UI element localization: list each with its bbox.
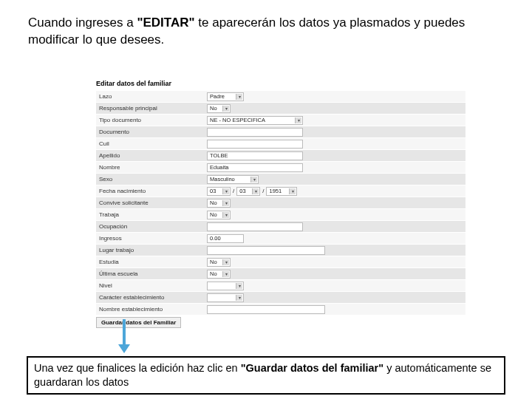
label-fecha: Fecha nacimiento xyxy=(96,188,207,194)
chevron-down-icon: ▾ xyxy=(222,188,229,194)
label-lugartrab: Lugar trabajo xyxy=(96,247,207,253)
label-nombre: Nombre xyxy=(96,164,207,171)
label-estudia: Estudia xyxy=(96,259,207,265)
intro-emphasis: "EDITAR" xyxy=(137,16,194,30)
select-fecha-dia[interactable]: 03▾ xyxy=(207,187,231,196)
label-lazo: Lazo xyxy=(96,93,207,100)
input-cuil[interactable] xyxy=(207,140,303,149)
intro-text-1: Cuando ingreses a xyxy=(28,16,137,30)
select-estudia[interactable]: No▾ xyxy=(207,258,231,267)
row-caracter: Carácter establecimiento ▾ xyxy=(96,291,466,303)
note-text-1: Una vez que finalices la edición haz cli… xyxy=(34,362,241,374)
chevron-down-icon: ▾ xyxy=(222,212,229,218)
chevron-down-icon: ▾ xyxy=(222,200,229,206)
row-documento: Documento xyxy=(96,126,466,137)
label-ocupacion: Ocupación xyxy=(96,223,207,230)
chevron-down-icon: ▾ xyxy=(295,117,301,123)
chevron-down-icon: ▾ xyxy=(222,259,229,265)
select-lazo[interactable]: Padre▾ xyxy=(207,92,244,101)
date-sep: / xyxy=(262,188,264,194)
label-tipodoc: Tipo documento xyxy=(96,117,207,123)
form-title: Editar datos del familiar xyxy=(96,80,466,87)
select-nivel[interactable]: ▾ xyxy=(207,282,244,290)
row-lugartrab: Lugar trabajo xyxy=(96,244,466,256)
chevron-down-icon: ▾ xyxy=(250,177,257,183)
chevron-down-icon: ▾ xyxy=(222,271,229,277)
select-caracter[interactable]: ▾ xyxy=(207,293,244,302)
row-convive: Convive solicitante No▾ xyxy=(96,197,466,208)
label-cuil: Cuil xyxy=(96,140,207,147)
row-ultimaesc: Última escuela No▾ xyxy=(96,267,466,279)
chevron-down-icon: ▾ xyxy=(236,295,242,301)
row-ingresos: Ingresos 0.00 xyxy=(96,232,466,244)
save-button[interactable]: Guardar datos del Familiar xyxy=(96,317,181,328)
select-responsable[interactable]: No▾ xyxy=(207,104,231,113)
edit-form: Editar datos del familiar Lazo Padre▾ Re… xyxy=(96,80,466,328)
select-fecha-anio[interactable]: 1951▾ xyxy=(266,187,297,196)
note-box: Una vez que finalices la edición haz cli… xyxy=(27,356,505,395)
label-convive: Convive solicitante xyxy=(96,200,207,206)
label-ultimaesc: Última escuela xyxy=(96,270,207,277)
chevron-down-icon: ▾ xyxy=(236,283,242,289)
intro-paragraph: Cuando ingreses a "EDITAR" te aparecerán… xyxy=(28,15,486,49)
input-documento[interactable] xyxy=(207,128,303,137)
chevron-down-icon: ▾ xyxy=(289,188,296,194)
select-sexo[interactable]: Masculino▾ xyxy=(207,175,259,184)
row-lazo: Lazo Padre▾ xyxy=(96,90,466,102)
arrow-down-icon xyxy=(118,319,130,353)
input-ocupacion[interactable] xyxy=(207,222,303,231)
input-lugartrab[interactable] xyxy=(207,246,325,255)
select-tipodoc[interactable]: NE - NO ESPECIFICA▾ xyxy=(207,116,303,125)
row-ocupacion: Ocupación xyxy=(96,220,466,232)
chevron-down-icon: ▾ xyxy=(236,94,242,100)
label-apellido: Apellido xyxy=(96,152,207,159)
label-nivel: Nivel xyxy=(96,282,207,289)
row-apellido: Apellido TOLBE xyxy=(96,149,466,161)
label-responsable: Responsable principal xyxy=(96,105,207,112)
note-bold: "Guardar datos del familiar" xyxy=(241,362,383,374)
select-convive[interactable]: No▾ xyxy=(207,199,231,208)
select-ultimaesc[interactable]: No▾ xyxy=(207,270,231,279)
label-documento: Documento xyxy=(96,129,207,135)
row-fecha: Fecha nacimiento 03▾ / 03▾ / 1951▾ xyxy=(96,185,466,197)
row-tipodoc: Tipo documento NE - NO ESPECIFICA▾ xyxy=(96,114,466,126)
row-responsable: Responsable principal No▾ xyxy=(96,102,466,114)
chevron-down-icon: ▾ xyxy=(252,188,259,194)
label-sexo: Sexo xyxy=(96,176,207,183)
chevron-down-icon: ▾ xyxy=(222,106,229,112)
input-ingresos[interactable]: 0.00 xyxy=(207,234,244,243)
input-nombre[interactable]: Eduaita xyxy=(207,163,303,172)
row-estudia: Estudia No▾ xyxy=(96,256,466,267)
input-nombreest[interactable] xyxy=(207,305,325,314)
row-cuil: Cuil xyxy=(96,137,466,149)
row-sexo: Sexo Masculino▾ xyxy=(96,173,466,185)
row-nombreest: Nombre establecimiento xyxy=(96,303,466,315)
input-apellido[interactable]: TOLBE xyxy=(207,151,303,160)
select-trabaja[interactable]: No▾ xyxy=(207,211,231,219)
row-trabaja: Trabaja No▾ xyxy=(96,208,466,220)
label-caracter: Carácter establecimiento xyxy=(96,294,207,301)
row-nombre: Nombre Eduaita xyxy=(96,161,466,173)
label-ingresos: Ingresos xyxy=(96,235,207,242)
select-fecha-mes[interactable]: 03▾ xyxy=(236,187,260,196)
label-nombreest: Nombre establecimiento xyxy=(96,306,207,313)
label-trabaja: Trabaja xyxy=(96,211,207,218)
row-nivel: Nivel ▾ xyxy=(96,279,466,291)
date-sep: / xyxy=(233,188,234,194)
